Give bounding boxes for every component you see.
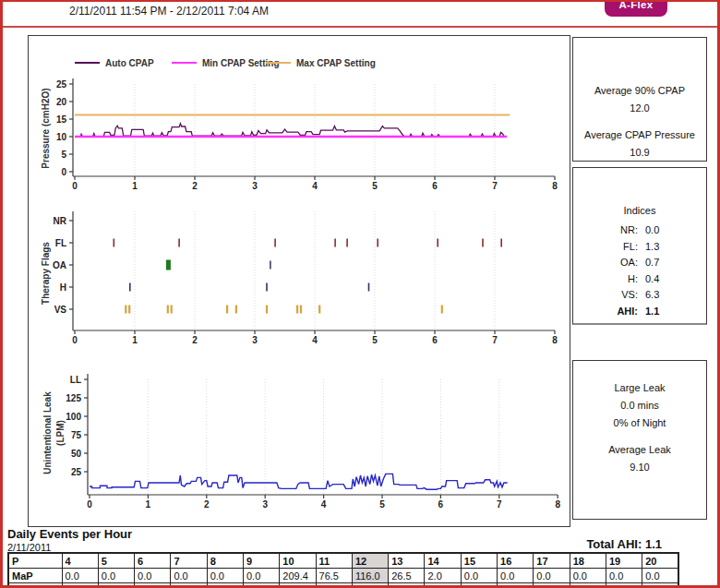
empty-cell (135, 583, 171, 588)
average-90-cpap-label: Average 90% CPAP (573, 82, 706, 100)
average-cpap-pressure-label: Average CPAP Pressure (573, 126, 706, 144)
empty-cell (98, 583, 134, 588)
hour-column-header: 11 (316, 553, 352, 569)
events-value-cell: 0.0 (98, 569, 134, 583)
daily-events-title: Daily Events per Hour (7, 527, 132, 541)
svg-text:NR: NR (54, 216, 67, 226)
svg-text:2: 2 (192, 181, 198, 191)
mode-badge: A-Flex (605, 0, 667, 17)
index-row-nr: NR: 0.0 (573, 222, 706, 239)
svg-text:50: 50 (71, 449, 82, 459)
svg-text:1: 1 (132, 181, 138, 191)
svg-text:7: 7 (497, 499, 502, 510)
svg-text:4: 4 (312, 335, 318, 345)
svg-text:OA: OA (53, 260, 66, 270)
svg-text:3: 3 (252, 335, 258, 345)
events-value-cell: 0.0 (642, 569, 678, 583)
hour-column-header: 10 (280, 553, 316, 569)
events-value-cell: 0.0 (534, 569, 570, 583)
index-row-h: H: 0.4 (573, 271, 706, 288)
svg-text:25: 25 (56, 79, 67, 90)
empty-cell (207, 583, 243, 588)
svg-text:3: 3 (262, 499, 268, 510)
svg-text:1: 1 (132, 335, 138, 345)
indices-panel: Indices NR: 0.0 FL: 1.3 OA: 0.7 H: 0.4 V… (572, 167, 707, 325)
empty-cell (606, 583, 642, 588)
hour-column-header: 4 (62, 553, 98, 569)
svg-text:Auto CPAP: Auto CPAP (105, 58, 154, 68)
charts-panel: Auto CPAPMin CPAP SettingMax CPAP Settin… (28, 35, 570, 527)
svg-text:Pressure (cmH2O): Pressure (cmH2O) (41, 88, 51, 168)
hour-column-header: 12 (352, 553, 388, 569)
svg-text:4: 4 (312, 181, 318, 191)
hour-column-header: 13 (389, 553, 425, 569)
empty-cell (498, 583, 534, 588)
hour-column-header: 7 (171, 553, 207, 569)
hour-column-header: 8 (207, 553, 243, 569)
hour-column-header: 9 (243, 553, 279, 569)
svg-text:6: 6 (432, 181, 438, 191)
events-value-cell: 0.0 (135, 569, 171, 583)
index-row-fl: FL: 1.3 (573, 239, 706, 256)
svg-text:FL: FL (55, 238, 66, 248)
events-value-cell: 0.0 (207, 569, 243, 583)
index-row-vs: VS: 6.3 (573, 287, 706, 304)
events-value-cell: 0.0 (171, 569, 207, 583)
empty-cell (62, 583, 98, 588)
svg-text:15: 15 (56, 114, 67, 125)
pressure-chart: Auto CPAPMin CPAP SettingMax CPAP Settin… (29, 36, 570, 204)
svg-text:0: 0 (87, 499, 92, 510)
table-corner-header: P (8, 553, 62, 569)
leak-summary-panel: Large Leak 0.0 mins 0% of Night Average … (572, 360, 707, 520)
report-date-range: 2/11/2011 11:54 PM - 2/12/2011 7:04 AM (69, 5, 269, 18)
svg-text:25: 25 (71, 467, 82, 477)
hour-column-header: 18 (570, 553, 606, 569)
average-cpap-panel: Average 90% CPAP 12.0 Average CPAP Press… (572, 37, 707, 162)
header-divider (0, 26, 720, 28)
empty-cell (280, 583, 316, 588)
svg-text:0: 0 (72, 335, 78, 345)
hour-column-header: 19 (606, 553, 642, 569)
indices-title: Indices (573, 203, 706, 219)
hour-column-header: 20 (642, 553, 678, 569)
average-cpap-pressure-value: 10.9 (573, 144, 706, 162)
average-90-cpap-value: 12.0 (573, 100, 706, 117)
hour-column-header: 5 (98, 553, 134, 569)
svg-text:75: 75 (71, 430, 82, 440)
svg-text:H: H (60, 282, 66, 293)
svg-text:100: 100 (66, 412, 81, 422)
events-value-cell: 2.0 (425, 569, 461, 583)
row-label-map: MaP (8, 569, 62, 583)
svg-text:8: 8 (555, 499, 560, 510)
svg-text:7: 7 (492, 335, 498, 345)
average-leak-label: Average Leak (573, 441, 706, 459)
events-value-cell: 0.0 (606, 569, 642, 583)
empty-cell (642, 583, 678, 588)
svg-text:2: 2 (192, 335, 198, 345)
daily-events-table: P4567891011121314151617181920 MaP0.00.00… (7, 552, 679, 588)
index-row-oa: OA: 0.7 (573, 255, 706, 271)
total-ahi: Total AHI: 1.1 (586, 537, 662, 551)
svg-text:4: 4 (321, 499, 327, 510)
events-value-cell: 0.0 (570, 569, 606, 583)
events-value-cell: 0.0 (498, 569, 534, 583)
events-value-cell: 116.0 (352, 569, 388, 583)
hour-column-header: 16 (498, 553, 534, 569)
index-row-ahi: AHI: 1.1 (573, 304, 706, 320)
empty-cell (461, 583, 497, 588)
svg-text:0: 0 (61, 167, 66, 177)
svg-text:5: 5 (372, 181, 378, 191)
svg-text:1: 1 (146, 499, 151, 510)
svg-text:5: 5 (61, 150, 66, 160)
empty-cell (171, 583, 207, 588)
svg-text:20: 20 (56, 97, 67, 107)
svg-text:10: 10 (56, 132, 67, 142)
svg-text:8: 8 (552, 335, 558, 345)
svg-text:6: 6 (438, 499, 444, 510)
svg-text:125: 125 (66, 393, 81, 403)
empty-cell (352, 583, 388, 588)
empty-cell (316, 583, 352, 588)
svg-text:Unintentional Leak: Unintentional Leak (42, 391, 53, 474)
events-value-cell: 0.0 (62, 569, 98, 583)
hour-column-header: 6 (135, 553, 171, 569)
